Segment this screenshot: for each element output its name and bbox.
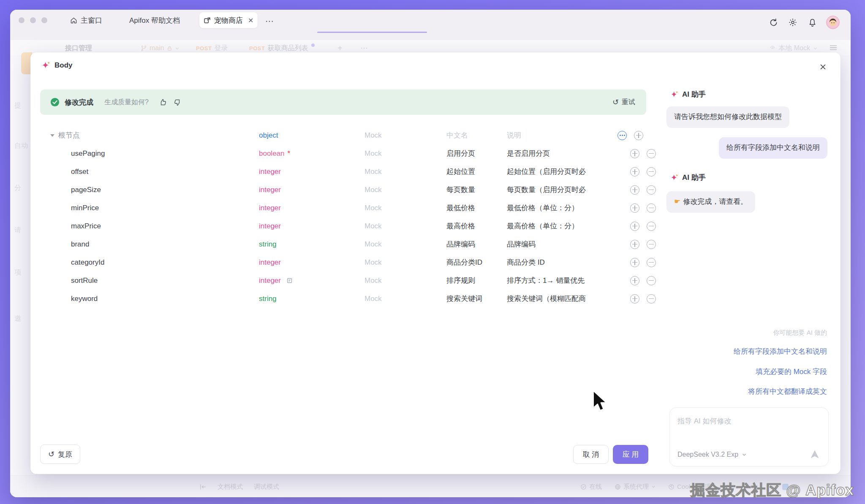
- field-name-cell[interactable]: usePaging: [71, 144, 105, 163]
- ai-actions-button[interactable]: [617, 131, 627, 140]
- field-mock-cell[interactable]: Mock: [364, 181, 382, 199]
- field-type-cell[interactable]: string: [259, 290, 277, 308]
- field-type-cell[interactable]: integer: [259, 217, 281, 235]
- field-name-cell[interactable]: maxPrice: [71, 217, 101, 235]
- field-name-cell[interactable]: sortRule: [71, 271, 98, 290]
- minimize-window-button[interactable]: [30, 17, 36, 23]
- titlebar-tab-1[interactable]: 主窗口: [66, 12, 106, 28]
- model-selector[interactable]: DeepSeek V3.2 Exp: [677, 451, 747, 458]
- add-field-button[interactable]: [634, 131, 643, 140]
- field-desc-cell[interactable]: 是否启用分页: [507, 144, 608, 163]
- apply-button[interactable]: 应 用: [613, 445, 648, 464]
- field-type-cell[interactable]: boolean*: [259, 144, 290, 163]
- caret-down-icon[interactable]: [50, 134, 54, 137]
- field-cn-name-cell[interactable]: 中文名: [446, 126, 468, 144]
- field-mock-cell[interactable]: Mock: [364, 253, 382, 271]
- add-field-button[interactable]: [630, 185, 639, 195]
- field-desc-cell[interactable]: 搜索关键词（模糊匹配商: [507, 290, 608, 308]
- thumbs-up-icon[interactable]: [159, 98, 167, 106]
- titlebar-tab-2[interactable]: Apifox 帮助文档: [125, 12, 184, 28]
- add-field-button[interactable]: [630, 222, 639, 231]
- remove-field-button[interactable]: [647, 276, 656, 285]
- remove-field-button[interactable]: [647, 167, 656, 176]
- tab-label: 宠物商店: [214, 16, 243, 25]
- close-tab-icon[interactable]: ✕: [248, 16, 253, 24]
- close-window-button[interactable]: [19, 17, 24, 23]
- field-mock-cell[interactable]: Mock: [364, 235, 382, 253]
- field-mock-cell[interactable]: Mock: [364, 144, 382, 163]
- field-type-cell[interactable]: string: [259, 235, 277, 253]
- add-field-button[interactable]: [630, 167, 639, 176]
- field-type-cell[interactable]: integer: [259, 181, 281, 199]
- add-field-button[interactable]: [630, 276, 639, 285]
- field-name-cell[interactable]: 根节点: [50, 126, 80, 144]
- add-field-button[interactable]: [630, 149, 639, 158]
- undo-icon: ↺: [612, 98, 619, 106]
- field-desc-cell[interactable]: 品牌编码: [507, 235, 608, 253]
- field-type-cell[interactable]: integer: [259, 271, 293, 290]
- ai-input-card[interactable]: 指导 AI 如何修改 DeepSeek V3.2 Exp: [669, 407, 829, 466]
- field-name-cell[interactable]: keyword: [71, 290, 98, 308]
- field-name-cell[interactable]: pageSize: [71, 181, 101, 199]
- remove-field-button[interactable]: [647, 203, 656, 213]
- remove-field-button[interactable]: [647, 258, 656, 267]
- field-mock-cell[interactable]: Mock: [364, 163, 382, 181]
- ai-suggestion-link[interactable]: 填充必要的 Mock 字段: [756, 367, 827, 377]
- field-cn-name-cell[interactable]: 品牌编码: [446, 235, 475, 253]
- add-field-button[interactable]: [630, 203, 639, 213]
- field-cn-name-cell[interactable]: 启用分页: [446, 144, 475, 163]
- send-icon[interactable]: [810, 449, 820, 459]
- remove-field-button[interactable]: [647, 222, 656, 231]
- add-field-button[interactable]: [630, 294, 639, 303]
- field-mock-cell[interactable]: Mock: [364, 217, 382, 235]
- field-type: object: [259, 131, 278, 140]
- field-desc-cell[interactable]: 每页数量（启用分页时必: [507, 181, 608, 199]
- field-desc-cell[interactable]: 起始位置（启用分页时必: [507, 163, 608, 181]
- ai-suggestion-link[interactable]: 将所有中文都翻译成英文: [748, 387, 827, 396]
- add-field-button[interactable]: [630, 240, 639, 249]
- field-cn-name-cell[interactable]: 最高价格: [446, 217, 475, 235]
- field-mock-cell[interactable]: Mock: [364, 199, 382, 217]
- restore-button[interactable]: ↺ 复原: [40, 444, 80, 464]
- field-mock-cell[interactable]: Mock: [364, 126, 382, 144]
- field-desc-cell[interactable]: 说明: [507, 126, 608, 144]
- titlebar-tab-3[interactable]: 宠物商店✕: [199, 12, 258, 28]
- field-desc-cell[interactable]: 最低价格（单位：分）: [507, 199, 608, 217]
- cancel-button[interactable]: 取 消: [573, 445, 609, 464]
- gear-icon[interactable]: [787, 17, 798, 28]
- field-name-cell[interactable]: offset: [71, 163, 88, 181]
- field-mock-cell[interactable]: Mock: [364, 271, 382, 290]
- field-cn-name-cell[interactable]: 商品分类ID: [446, 253, 482, 271]
- field-desc-cell[interactable]: 排序方式：1→ 销量优先: [507, 271, 608, 290]
- remove-field-button[interactable]: [647, 185, 656, 195]
- field-name-cell[interactable]: categoryId: [71, 253, 104, 271]
- field-desc-cell[interactable]: 商品分类 ID: [507, 253, 608, 271]
- refresh-icon[interactable]: [768, 17, 779, 28]
- field-name-cell[interactable]: brand: [71, 235, 89, 253]
- zoom-window-button[interactable]: [41, 17, 47, 23]
- field-type-cell[interactable]: integer: [259, 199, 281, 217]
- remove-field-button[interactable]: [647, 294, 656, 303]
- field-type-cell[interactable]: integer: [259, 253, 281, 271]
- retry-button[interactable]: ↺ 重试: [612, 98, 635, 107]
- remove-field-button[interactable]: [647, 149, 656, 158]
- field-name: usePaging: [71, 149, 105, 158]
- field-cn-name-cell[interactable]: 每页数量: [446, 181, 475, 199]
- field-cn-name-cell[interactable]: 排序规则: [446, 271, 475, 290]
- tab-overflow-button[interactable]: ⋯: [265, 16, 275, 26]
- field-mock-cell[interactable]: Mock: [364, 290, 382, 308]
- bell-icon[interactable]: [807, 17, 818, 28]
- add-field-button[interactable]: [630, 258, 639, 267]
- remove-field-button[interactable]: [647, 240, 656, 249]
- field-type: boolean: [259, 149, 285, 158]
- field-cn-name-cell[interactable]: 搜索关键词: [446, 290, 482, 308]
- field-type-cell[interactable]: integer: [259, 163, 281, 181]
- ai-suggestion-link[interactable]: 给所有字段添加中文名和说明: [734, 347, 827, 356]
- field-desc-cell[interactable]: 最高价格（单位：分）: [507, 217, 608, 235]
- user-avatar[interactable]: [826, 16, 840, 29]
- thumbs-down-icon[interactable]: [174, 98, 182, 106]
- field-cn-name-cell[interactable]: 最低价格: [446, 199, 475, 217]
- field-name-cell[interactable]: minPrice: [71, 199, 99, 217]
- field-cn-name-cell[interactable]: 起始位置: [446, 163, 475, 181]
- field-type-cell[interactable]: object: [259, 126, 278, 144]
